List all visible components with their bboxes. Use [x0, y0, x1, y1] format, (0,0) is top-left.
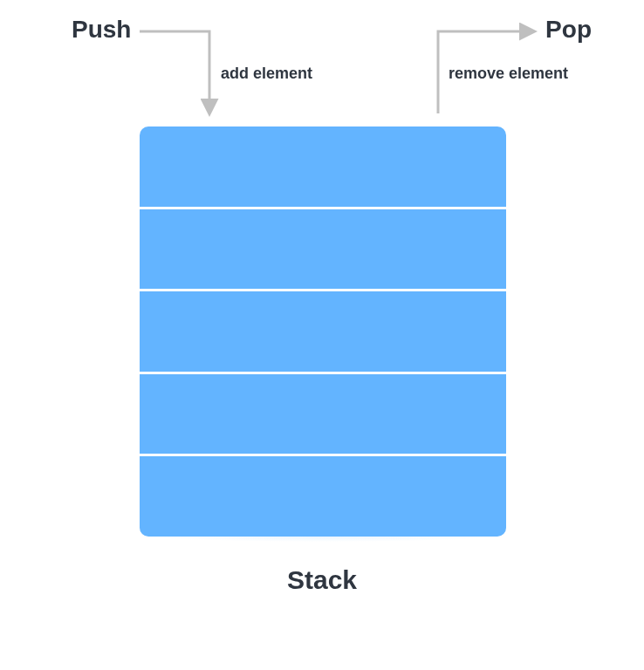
- stack-cell: [140, 289, 506, 372]
- add-element-label: add element: [221, 65, 312, 83]
- stack-cell: [140, 372, 506, 455]
- stack-title: Stack: [0, 565, 644, 595]
- pop-label: Pop: [545, 16, 592, 44]
- stack-cell: [140, 207, 506, 290]
- push-label: Push: [72, 16, 131, 44]
- remove-element-label: remove element: [449, 65, 568, 83]
- stack-container: [140, 126, 506, 537]
- stack-cell: [140, 454, 506, 537]
- push-arrow-icon: [140, 31, 209, 112]
- diagram-canvas: Push Pop add element remove element Stac…: [0, 0, 644, 670]
- stack-body: [140, 126, 506, 537]
- stack-cell: [140, 126, 506, 207]
